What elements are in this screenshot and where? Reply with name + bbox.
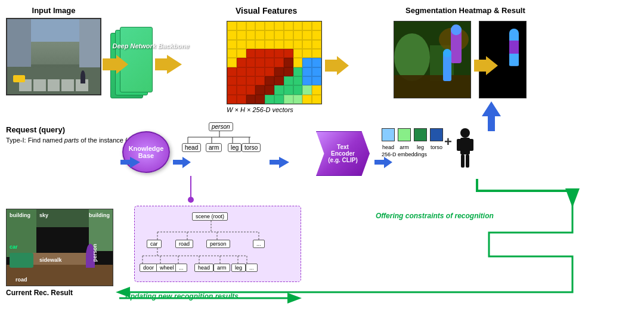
arrow-backbone-to-features	[155, 55, 182, 74]
grid-cell	[274, 21, 284, 30]
grid-cell	[227, 58, 237, 67]
grid-cell	[265, 30, 274, 39]
embed-label-leg: leg	[414, 144, 427, 150]
rec-label-sidewalk: sidewalk	[39, 257, 62, 263]
grid-cell	[227, 67, 237, 76]
ktree-node-person: person	[206, 240, 230, 248]
grid-cell	[274, 85, 284, 94]
grid-cell	[237, 58, 246, 67]
svg-point-8	[443, 49, 451, 57]
grid-cell	[246, 40, 256, 49]
grid-cell	[312, 21, 321, 30]
grid-cell	[265, 85, 274, 94]
embed-sq-arm	[398, 128, 411, 141]
grid-cell	[284, 21, 293, 30]
text-encoder-line1: Text Encoder	[326, 144, 360, 157]
grid-cell	[274, 95, 284, 104]
arrow-encoder-to-embed	[374, 157, 392, 168]
grid-cell	[293, 58, 303, 67]
visual-grid	[227, 21, 322, 104]
grid-cell	[237, 49, 246, 58]
grid-cell	[284, 30, 293, 39]
ktree-node-wheel: wheel	[156, 264, 178, 272]
grid-cell	[237, 76, 246, 85]
seg-pair	[394, 21, 527, 98]
grid-cell	[302, 30, 312, 39]
grid-cell	[227, 30, 237, 39]
title-visual-features: Visual Features	[236, 6, 297, 16]
text-encoder-line2: (e.g. CLIP)	[328, 157, 357, 163]
rec-label-person: person	[92, 244, 98, 262]
ktree-node-door: door	[140, 264, 157, 272]
grid-cell	[265, 40, 274, 49]
seg-result	[479, 21, 527, 98]
tree-node-head: head	[182, 143, 201, 152]
arrow-embed-up	[482, 101, 501, 131]
grid-cell	[255, 85, 265, 94]
svg-rect-14	[509, 33, 519, 41]
grid-cell	[293, 49, 303, 58]
title-seg-heatmap: Segmentation Heatmap & Result	[405, 6, 525, 15]
grid-cell	[227, 40, 237, 49]
svg-rect-4	[394, 75, 471, 98]
tree-node-torso: torso	[242, 143, 261, 152]
embed-desc: 256-D embeddings	[382, 151, 443, 157]
svg-point-6	[451, 24, 462, 35]
grid-cell	[312, 40, 321, 49]
grid-cell	[274, 58, 284, 67]
grid-cell	[227, 95, 237, 104]
grid-cell	[312, 95, 321, 104]
grid-cell	[274, 30, 284, 39]
svg-rect-28	[466, 154, 469, 168]
embed-label-head: head	[382, 144, 395, 150]
arrow-hier-to-encoder	[270, 157, 289, 168]
rec-label-car: car	[10, 244, 18, 250]
grid-cell	[237, 21, 246, 30]
tree-node-leg: leg	[228, 143, 242, 152]
grid-cell	[293, 67, 303, 76]
ktree-box: scene (root) car road person ... door wh…	[134, 206, 301, 282]
knowledge-tree-bottom: scene (root) car road person ... door wh…	[125, 206, 301, 282]
grid-cell	[246, 95, 256, 104]
grid-cell	[274, 40, 284, 49]
embed-sq-head	[382, 128, 395, 141]
grid-cell	[237, 85, 246, 94]
grid-cell	[312, 85, 321, 94]
grid-cell	[237, 30, 246, 39]
title-input-image: Input Image	[6, 6, 101, 15]
street-scene	[7, 19, 100, 94]
hierarchy-section: person head arm leg torso	[179, 122, 262, 170]
svg-rect-15	[509, 41, 519, 54]
grid-cell	[312, 76, 321, 85]
grid-cell	[265, 95, 274, 104]
rec-title: Current Rec. Result	[6, 289, 113, 297]
grid-cell	[237, 67, 246, 76]
seg-heatmap	[394, 21, 471, 98]
grid-cell	[246, 67, 256, 76]
knowledge-base-section: Knowledge Base	[122, 131, 170, 173]
grid-cell	[255, 95, 265, 104]
grid-cell	[284, 67, 293, 76]
grid-cell	[302, 95, 312, 104]
grid-cell	[284, 49, 293, 58]
dot-connector	[188, 197, 194, 203]
text-encoder-section: Text Encoder (e.g. CLIP)	[316, 131, 370, 176]
svg-rect-24	[460, 138, 470, 154]
ktree-node-ellipsis3: ...	[246, 264, 258, 272]
grid-cell	[227, 49, 237, 58]
grid-cell	[284, 95, 293, 104]
arrow-silhouette-down	[477, 179, 572, 203]
updating-text-section: Updating new recognition results	[125, 292, 239, 301]
svg-rect-26	[469, 139, 473, 151]
request-italic1: parts	[64, 137, 79, 144]
backbone-stacked: Deep Network Backbone	[110, 33, 152, 104]
ktree-node-root: scene (root)	[192, 212, 228, 221]
grid-cell	[246, 85, 256, 94]
grid-cell	[284, 76, 293, 85]
embeddings-section: head arm leg torso 256-D embeddings	[382, 128, 443, 157]
ktree-node-arm2: arm	[213, 264, 230, 272]
grid-cell	[274, 76, 284, 85]
backbone-card-3: Deep Network Backbone	[120, 27, 153, 92]
grid-label: W × H × 256-D vectors	[227, 106, 322, 113]
constraint-text-section: Offering constraints of recognition	[376, 212, 494, 220]
